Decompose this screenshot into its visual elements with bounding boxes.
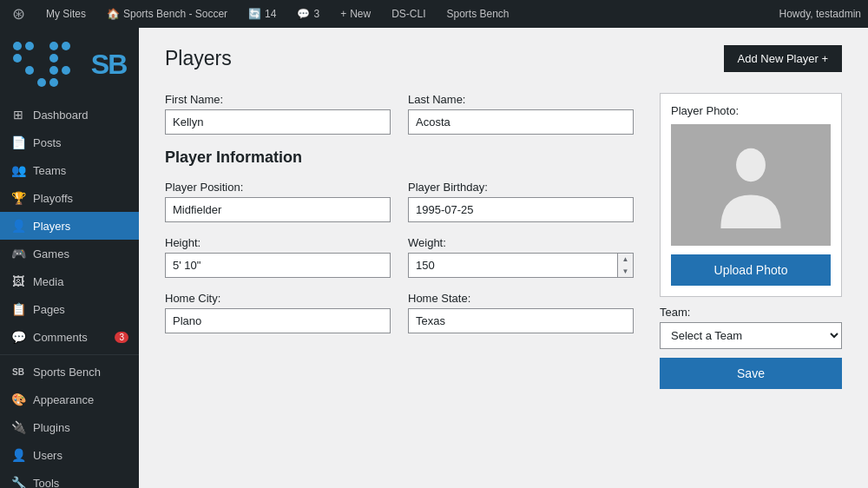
posts-icon: 📄 [10, 135, 26, 149]
last-name-group: Last Name: [408, 93, 634, 135]
adminbar-mysites[interactable]: My Sites [41, 0, 91, 28]
sidebar-item-label: Games [33, 247, 69, 260]
adminbar-new[interactable]: + New [335, 0, 376, 28]
sidebar-item-tools[interactable]: 🔧 Tools [0, 469, 139, 488]
adminbar-updates[interactable]: 🔄 14 [243, 0, 281, 28]
city-label: Home City: [165, 292, 391, 305]
state-input[interactable] [408, 308, 634, 333]
weight-increment[interactable]: ▲ [617, 254, 633, 266]
sidebar-item-teams[interactable]: 👥 Teams [0, 156, 139, 184]
plus-icon: + [340, 8, 346, 20]
adminbar-new-label: New [350, 8, 371, 20]
state-group: Home State: [408, 292, 634, 333]
person-silhouette [716, 142, 786, 228]
sidebar-item-label: Users [33, 449, 62, 462]
sidebar-item-label: Sports Bench [33, 366, 101, 379]
sidebar-item-pages[interactable]: 📋 Pages [0, 295, 139, 323]
height-group: Height: [165, 236, 391, 278]
main-content: Players Add New Player + First Name: Las… [139, 28, 868, 488]
sidebar-item-players[interactable]: 👤 Players [0, 212, 139, 240]
sidebar-item-appearance[interactable]: 🎨 Appearance [0, 386, 139, 413]
admin-user-greeting: Howdy, testadmin [779, 8, 861, 20]
sb-icon: SB [10, 367, 26, 377]
sidebar-item-media[interactable]: 🖼 Media [0, 267, 139, 295]
photo-box: Player Photo: Upload Photo [660, 93, 842, 297]
player-form: First Name: Last Name: Player Informatio… [165, 93, 634, 389]
page-header: Players Add New Player + [165, 45, 842, 72]
sidebar-item-label: Teams [33, 164, 66, 177]
position-birthday-row: Player Position: Player Birthday: [165, 181, 634, 222]
weight-spinner-buttons: ▲ ▼ [617, 254, 633, 277]
sidebar-item-sportsbench[interactable]: SB Sports Bench [0, 359, 139, 386]
team-select[interactable]: Select a Team [660, 322, 842, 349]
tools-icon: 🔧 [10, 476, 26, 488]
teams-icon: 👥 [10, 163, 26, 177]
upload-photo-button[interactable]: Upload Photo [671, 254, 831, 286]
sidebar-item-dashboard[interactable]: ⊞ Dashboard [0, 101, 139, 129]
svg-point-0 [736, 148, 766, 181]
photo-label: Player Photo: [671, 104, 831, 117]
sidebar-item-playoffs[interactable]: 🏆 Playoffs [0, 184, 139, 212]
sidebar-item-label: Tools [33, 477, 59, 489]
weight-decrement[interactable]: ▼ [617, 266, 633, 278]
sidebar-item-games[interactable]: 🎮 Games [0, 240, 139, 267]
name-row: First Name: Last Name: [165, 93, 634, 135]
sidebar-item-comments[interactable]: 💬 Comments 3 [0, 323, 139, 351]
team-section: Team: Select a Team [660, 306, 842, 349]
sidebar-item-plugins[interactable]: 🔌 Plugins [0, 413, 139, 441]
adminbar-sportsbench[interactable]: Sports Bench [442, 0, 515, 28]
sidebar-item-label: Appearance [33, 393, 94, 406]
add-new-player-button[interactable]: Add New Player + [724, 45, 842, 72]
games-icon: 🎮 [10, 247, 26, 260]
sidebar-item-users[interactable]: 👤 Users [0, 441, 139, 469]
city-input[interactable] [165, 308, 391, 333]
first-name-label: First Name: [165, 93, 391, 106]
adminbar-dscli[interactable]: DS-CLI [386, 0, 431, 28]
adminbar-updates-count: 14 [265, 8, 276, 20]
weight-input[interactable] [408, 253, 634, 278]
save-button[interactable]: Save [660, 358, 842, 389]
dashboard-icon: ⊞ [10, 108, 26, 122]
sidebar-item-label: Players [33, 220, 70, 233]
users-icon: 👤 [10, 448, 26, 462]
appearance-icon: 🎨 [10, 392, 26, 406]
comment-icon: 💬 [297, 8, 310, 20]
adminbar-site[interactable]: 🏠 Sports Bench - Soccer [102, 0, 233, 28]
last-name-input[interactable] [408, 109, 634, 135]
height-weight-row: Height: Weight: ▲ ▼ [165, 236, 634, 278]
height-input[interactable] [165, 253, 391, 278]
pages-icon: 📋 [10, 302, 26, 316]
state-label: Home State: [408, 292, 634, 305]
birthday-label: Player Birthday: [408, 181, 634, 194]
right-panel: Player Photo: Upload Photo Team: Select … [660, 93, 842, 389]
adminbar-comments-count: 3 [313, 8, 319, 20]
sidebar: SB ⊞ Dashboard 📄 Posts 👥 Teams 🏆 Playoff… [0, 28, 139, 488]
height-label: Height: [165, 236, 391, 249]
admin-bar: ⊛ My Sites 🏠 Sports Bench - Soccer 🔄 14 … [0, 0, 868, 28]
sidebar-item-label: Posts [33, 136, 62, 149]
page-title: Players [165, 47, 232, 70]
wp-logo[interactable]: ⊛ [7, 0, 30, 28]
sidebar-logo: SB [0, 28, 139, 101]
comments-badge: 3 [115, 332, 128, 343]
city-group: Home City: [165, 292, 391, 333]
last-name-label: Last Name: [408, 93, 634, 106]
city-state-row: Home City: Home State: [165, 292, 634, 333]
player-info-section-title: Player Information [165, 148, 634, 167]
sidebar-item-label: Playoffs [33, 192, 73, 205]
weight-label: Weight: [408, 236, 634, 249]
playoffs-icon: 🏆 [10, 191, 26, 205]
adminbar-comments[interactable]: 💬 3 [292, 0, 325, 28]
weight-spinner: ▲ ▼ [408, 253, 634, 278]
position-group: Player Position: [165, 181, 391, 222]
position-input[interactable] [165, 197, 391, 222]
birthday-group: Player Birthday: [408, 181, 634, 222]
adminbar-mysites-label: My Sites [46, 8, 86, 20]
media-icon: 🖼 [10, 274, 26, 288]
comments-icon: 💬 [10, 330, 26, 344]
sidebar-item-posts[interactable]: 📄 Posts [0, 129, 139, 156]
first-name-input[interactable] [165, 109, 391, 135]
sidebar-divider [0, 354, 139, 355]
birthday-input[interactable] [408, 197, 634, 222]
position-label: Player Position: [165, 181, 391, 194]
